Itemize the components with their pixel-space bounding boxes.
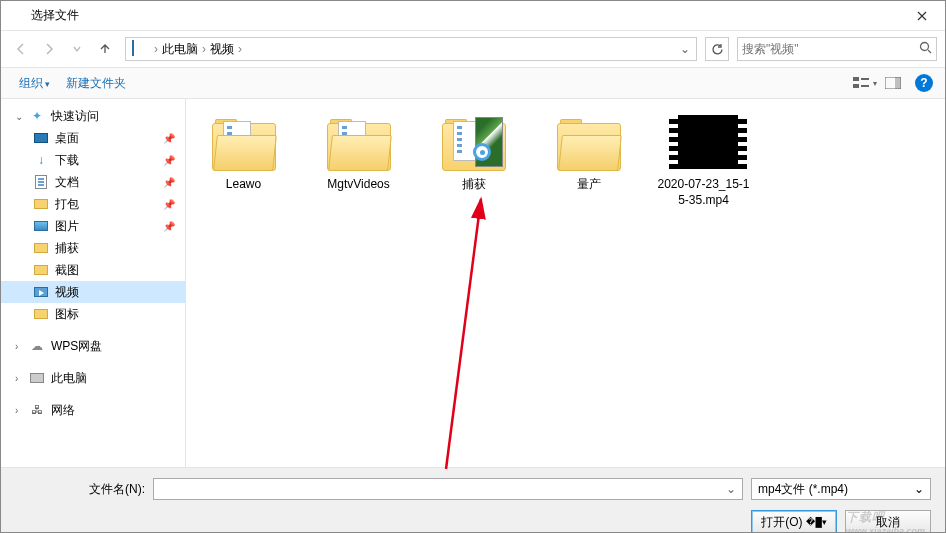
sidebar-item-video[interactable]: 视频 bbox=[1, 281, 185, 303]
search-input[interactable] bbox=[742, 42, 919, 56]
file-video-1[interactable]: 2020-07-23_15-15-35.mp4 bbox=[656, 115, 751, 208]
breadcrumb-current[interactable]: 视频 bbox=[208, 41, 236, 58]
sidebar-item-dabao[interactable]: 打包📌 bbox=[1, 193, 185, 215]
address-bar[interactable]: › 此电脑 › 视频 › ⌄ bbox=[125, 37, 697, 61]
folder-icon bbox=[439, 115, 509, 173]
organize-menu[interactable]: 组织▾ bbox=[13, 73, 56, 94]
preview-pane-icon bbox=[885, 77, 901, 89]
annotation-arrow bbox=[426, 169, 646, 489]
sidebar-label: 快速访问 bbox=[51, 108, 99, 125]
toolbar: 组织▾ 新建文件夹 ▾ ? bbox=[1, 67, 945, 99]
pin-icon: 📌 bbox=[163, 177, 175, 188]
recent-dropdown[interactable] bbox=[65, 37, 89, 61]
folder-capture[interactable]: 捕获 bbox=[426, 115, 521, 208]
document-icon bbox=[33, 174, 49, 190]
breadcrumb-sep-icon: › bbox=[152, 42, 160, 56]
filetype-select[interactable]: mp4文件 (*.mp4)⌄ bbox=[751, 478, 931, 500]
app-icon bbox=[9, 8, 25, 24]
cancel-button[interactable]: 取消 bbox=[845, 510, 931, 533]
pin-icon: 📌 bbox=[163, 221, 175, 232]
sidebar-quick-access[interactable]: ⌄ ✦ 快速访问 bbox=[1, 105, 185, 127]
folder-icon bbox=[33, 196, 49, 212]
close-button[interactable] bbox=[899, 1, 945, 31]
filename-input[interactable]: ⌄ bbox=[153, 478, 743, 500]
refresh-icon bbox=[711, 43, 724, 56]
folder-icon bbox=[33, 306, 49, 322]
new-folder-button[interactable]: 新建文件夹 bbox=[60, 73, 132, 94]
star-icon: ✦ bbox=[29, 108, 45, 124]
refresh-button[interactable] bbox=[705, 37, 729, 61]
forward-button[interactable] bbox=[37, 37, 61, 61]
open-button[interactable]: 打开(O)�█▾ bbox=[751, 510, 837, 533]
chevron-right-icon: › bbox=[15, 405, 27, 416]
chevron-right-icon: › bbox=[15, 373, 27, 384]
svg-rect-3 bbox=[861, 78, 869, 80]
dialog-footer: 文件名(N): ⌄ mp4文件 (*.mp4)⌄ 打开(O)�█▾ 取消 下载吧… bbox=[1, 467, 945, 533]
location-video-icon bbox=[132, 41, 148, 57]
breadcrumb-sep-icon: › bbox=[236, 42, 244, 56]
help-button[interactable]: ? bbox=[915, 74, 933, 92]
svg-line-7 bbox=[446, 199, 481, 469]
video-thumb-icon bbox=[669, 115, 739, 173]
back-button[interactable] bbox=[9, 37, 33, 61]
chevron-down-icon: ⌄ bbox=[914, 482, 924, 496]
folder-icon bbox=[554, 115, 624, 173]
sidebar-item-pictures[interactable]: 图片📌 bbox=[1, 215, 185, 237]
sidebar-item-icons[interactable]: 图标 bbox=[1, 303, 185, 325]
svg-rect-1 bbox=[853, 77, 859, 81]
up-button[interactable] bbox=[93, 37, 117, 61]
network-icon: 🖧 bbox=[29, 402, 45, 418]
pin-icon: 📌 bbox=[163, 133, 175, 144]
chevron-down-icon: ⌄ bbox=[15, 111, 27, 122]
arrow-up-icon bbox=[98, 42, 112, 56]
breadcrumb-root[interactable]: 此电脑 bbox=[160, 41, 200, 58]
sidebar-item-screenshot[interactable]: 截图 bbox=[1, 259, 185, 281]
preview-pane-button[interactable] bbox=[881, 71, 905, 95]
folder-leawo[interactable]: Leawo bbox=[196, 115, 291, 208]
folder-icon bbox=[209, 115, 279, 173]
sidebar-item-documents[interactable]: 文档📌 bbox=[1, 171, 185, 193]
folder-icon bbox=[33, 240, 49, 256]
arrow-left-icon bbox=[14, 42, 28, 56]
folder-icon bbox=[324, 115, 394, 173]
filename-label: 文件名(N): bbox=[15, 481, 145, 498]
picture-icon bbox=[33, 218, 49, 234]
video-icon bbox=[33, 284, 49, 300]
help-icon: ? bbox=[920, 76, 927, 90]
desktop-icon bbox=[33, 130, 49, 146]
address-dropdown[interactable]: ⌄ bbox=[676, 42, 694, 56]
svg-rect-6 bbox=[895, 77, 901, 89]
sidebar-this-pc[interactable]: ›此电脑 bbox=[1, 367, 185, 389]
sidebar-wps[interactable]: ›☁WPS网盘 bbox=[1, 335, 185, 357]
folder-icon bbox=[33, 262, 49, 278]
cloud-icon: ☁ bbox=[29, 338, 45, 354]
title-bar: 选择文件 bbox=[1, 1, 945, 31]
pin-icon: 📌 bbox=[163, 199, 175, 210]
download-icon: ↓ bbox=[33, 152, 49, 168]
folder-liangchan[interactable]: 量产 bbox=[541, 115, 636, 208]
sidebar-item-desktop[interactable]: 桌面📌 bbox=[1, 127, 185, 149]
folder-mgtv[interactable]: MgtvVideos bbox=[311, 115, 406, 208]
file-list[interactable]: Leawo MgtvVideos 捕获 量产 2020-07-23_15-15-… bbox=[186, 99, 945, 467]
sidebar-item-downloads[interactable]: ↓下载📌 bbox=[1, 149, 185, 171]
svg-point-0 bbox=[921, 43, 929, 51]
search-box[interactable] bbox=[737, 37, 937, 61]
chevron-down-icon bbox=[72, 44, 82, 54]
svg-rect-4 bbox=[861, 85, 869, 87]
pc-icon bbox=[29, 370, 45, 386]
svg-rect-2 bbox=[853, 84, 859, 88]
sidebar: ⌄ ✦ 快速访问 桌面📌 ↓下载📌 文档📌 打包📌 图片📌 捕获 截图 视频 图… bbox=[1, 99, 186, 467]
chevron-down-icon[interactable]: ⌄ bbox=[720, 479, 742, 499]
breadcrumb-sep-icon: › bbox=[200, 42, 208, 56]
arrow-right-icon bbox=[42, 42, 56, 56]
window-title: 选择文件 bbox=[31, 7, 899, 24]
sidebar-network[interactable]: ›🖧网络 bbox=[1, 399, 185, 421]
nav-bar: › 此电脑 › 视频 › ⌄ bbox=[1, 31, 945, 67]
search-icon bbox=[919, 41, 932, 57]
sidebar-item-capture[interactable]: 捕获 bbox=[1, 237, 185, 259]
view-icon bbox=[853, 76, 871, 90]
close-icon bbox=[917, 11, 927, 21]
chevron-right-icon: › bbox=[15, 341, 27, 352]
split-dropdown-icon: �█▾ bbox=[806, 517, 826, 527]
view-options-button[interactable]: ▾ bbox=[853, 71, 877, 95]
